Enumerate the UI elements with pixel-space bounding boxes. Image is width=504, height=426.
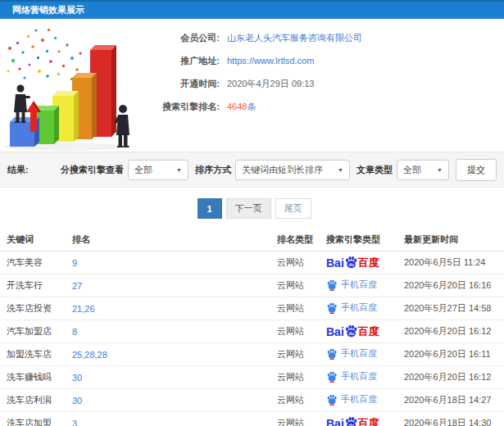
engine-cell: 手机百度 xyxy=(326,297,404,320)
table-row: 汽车加盟店8云网站Bai du 百度2020年6月20日 16:12 xyxy=(0,320,504,343)
keyword-cell: 汽车美容 xyxy=(0,252,72,274)
baidu-logo-bai-text: Bai xyxy=(326,417,344,426)
baidu-paw-icon: du xyxy=(344,416,358,426)
updated-cell: 2020年6月18日 14:27 xyxy=(404,389,504,412)
rank-count-value: 4648 xyxy=(227,102,247,111)
updated-cell: 2020年6月20日 16:11 xyxy=(404,343,504,366)
table-row: 洗车店利润30云网站 手机百度2020年6月18日 14:27 xyxy=(0,389,504,412)
engine-cell: Bai du 百度 xyxy=(326,320,404,343)
baidu-pc-logo: Bai du 百度 xyxy=(326,416,379,426)
baidu-paw-icon: du xyxy=(344,256,358,270)
keyword-cell: 洗车店加盟 xyxy=(0,412,72,426)
table-row: 加盟洗车店25,28,28云网站 手机百度2020年6月20日 16:11 xyxy=(0,343,504,366)
rank-count-label: 搜索引擎排名: xyxy=(154,101,220,113)
col-rank: 排名 xyxy=(72,229,277,252)
baidu-mobile-logo: 手机百度 xyxy=(326,347,377,360)
mobile-baidu-label: 手机百度 xyxy=(341,393,377,406)
result-label: 结果: xyxy=(7,164,29,176)
engine-filter-select[interactable]: 全部 ▼ xyxy=(128,160,188,180)
baidu-mobile-logo: 手机百度 xyxy=(326,301,377,314)
page-title: 网络营销效果展示 xyxy=(12,4,84,16)
pagination: 1 下一页 尾页 xyxy=(0,188,504,229)
next-page-button[interactable]: 下一页 xyxy=(226,198,271,219)
last-page-button[interactable]: 尾页 xyxy=(275,198,311,219)
chevron-down-icon: ▼ xyxy=(333,167,343,173)
chevron-down-icon: ▼ xyxy=(432,167,443,173)
col-keyword: 关键词 xyxy=(0,229,72,252)
engine-filter-value: 全部 xyxy=(134,164,152,176)
rank-link[interactable]: 8 xyxy=(72,327,77,337)
rank-cell: 30 xyxy=(72,389,277,412)
updated-cell: 2020年5月27日 14:58 xyxy=(404,297,504,320)
rank-cell: 25,28,28 xyxy=(72,343,277,366)
open-time-value: 2020年4月29日 09:13 xyxy=(227,78,314,90)
businessman-right xyxy=(114,105,129,147)
col-rank-type: 排名类型 xyxy=(277,229,326,252)
info-row-url: 推广地址: https://www.lrtlsd.com xyxy=(154,55,504,66)
svg-text:du: du xyxy=(348,423,353,426)
info-section: 会员公司: 山东老人头汽车服务咨询有限公司 推广地址: https://www.… xyxy=(0,19,504,152)
updated-cell: 2020年6月20日 16:12 xyxy=(404,366,504,389)
table-row: 汽车美容9云网站Bai du 百度2020年6月5日 11:24 xyxy=(0,252,504,274)
table-row: 开洗车行27云网站 手机百度2020年6月20日 16:16 xyxy=(0,274,504,297)
filter-controls: 分搜索引擎查看 全部 ▼ 排序方式 关键词由短到长排序 ▼ 文章类型 全部 ▼ … xyxy=(54,159,497,181)
rank-link[interactable]: 30 xyxy=(72,373,82,383)
rank-link[interactable]: 27 xyxy=(72,281,82,291)
baidu-logo-bai-text: Bai xyxy=(326,325,344,338)
table-row: 洗车店加盟3云网站Bai du 百度2020年6月18日 14:30 xyxy=(0,412,504,426)
article-type-value: 全部 xyxy=(403,164,421,176)
engine-filter-label: 分搜索引擎查看 xyxy=(61,164,124,176)
mobile-baidu-label: 手机百度 xyxy=(341,347,377,360)
keyword-cell: 洗车店利润 xyxy=(0,389,72,412)
baidu-logo-bai-text: Bai xyxy=(326,256,344,270)
rank-type-cell: 云网站 xyxy=(277,252,326,274)
table-row: 洗车店投资21,26云网站 手机百度2020年5月27日 14:58 xyxy=(0,297,504,320)
baidu-paw-icon xyxy=(326,302,338,314)
rank-link[interactable]: 30 xyxy=(72,396,82,406)
rank-link[interactable]: 3 xyxy=(72,419,77,426)
confetti-dots xyxy=(7,29,87,80)
app-header: 网络营销效果展示 xyxy=(0,0,504,19)
app-window: 网络营销效果展示 xyxy=(0,0,504,426)
company-name-link[interactable]: 山东老人头汽车服务咨询有限公司 xyxy=(227,32,362,44)
engine-cell: 手机百度 xyxy=(326,366,404,389)
3d-bar-chart-illustration-graphic xyxy=(0,24,154,152)
company-label: 会员公司: xyxy=(154,32,220,44)
open-time-label: 开通时间: xyxy=(154,78,220,90)
promo-url-link[interactable]: https://www.lrtlsd.com xyxy=(227,56,314,66)
rank-cell: 21,26 xyxy=(72,297,277,320)
baidu-paw-icon: du xyxy=(344,324,358,338)
info-row-company: 会员公司: 山东老人头汽车服务咨询有限公司 xyxy=(154,32,504,43)
rank-link[interactable]: 21,26 xyxy=(72,304,95,314)
table-header: 关键词 排名 排名类型 搜索引擎类型 最新更新时间 xyxy=(0,229,504,252)
rank-link[interactable]: 25,28,28 xyxy=(72,350,107,360)
rank-type-cell: 云网站 xyxy=(277,412,326,426)
baidu-paw-icon xyxy=(326,348,338,360)
article-type-label: 文章类型 xyxy=(356,164,393,176)
rank-cell: 9 xyxy=(72,252,277,274)
keyword-cell: 开洗车行 xyxy=(0,274,72,297)
filter-bar: 结果: 分搜索引擎查看 全部 ▼ 排序方式 关键词由短到长排序 ▼ 文章类型 全… xyxy=(0,152,504,188)
table-body: 汽车美容9云网站Bai du 百度2020年6月5日 11:24开洗车行27云网… xyxy=(0,252,504,426)
growth-bar-chart-illustration xyxy=(0,24,154,152)
sort-label: 排序方式 xyxy=(195,164,231,176)
article-type-select[interactable]: 全部 ▼ xyxy=(397,160,449,180)
rank-cell: 3 xyxy=(72,412,277,426)
submit-button[interactable]: 提交 xyxy=(456,159,497,181)
rank-type-cell: 云网站 xyxy=(277,343,326,366)
engine-cell: 手机百度 xyxy=(326,389,404,412)
rank-cell: 8 xyxy=(72,320,277,343)
engine-cell: 手机百度 xyxy=(326,274,404,297)
rank-link[interactable]: 9 xyxy=(72,258,77,268)
engine-cell: 手机百度 xyxy=(326,343,404,366)
sort-select[interactable]: 关键词由短到长排序 ▼ xyxy=(235,160,350,180)
baidu-pc-logo: Bai du 百度 xyxy=(326,324,379,339)
baidu-logo-cn-text: 百度 xyxy=(358,416,379,426)
page-1-button[interactable]: 1 xyxy=(198,198,222,219)
engine-cell: Bai du 百度 xyxy=(326,412,404,426)
rank-type-cell: 云网站 xyxy=(277,389,326,412)
info-row-rank-count: 搜索引擎排名: 4648 条 xyxy=(154,101,504,112)
keyword-cell: 汽车加盟店 xyxy=(0,320,72,343)
updated-cell: 2020年6月5日 11:24 xyxy=(404,252,504,274)
rank-count-unit: 条 xyxy=(247,101,256,113)
